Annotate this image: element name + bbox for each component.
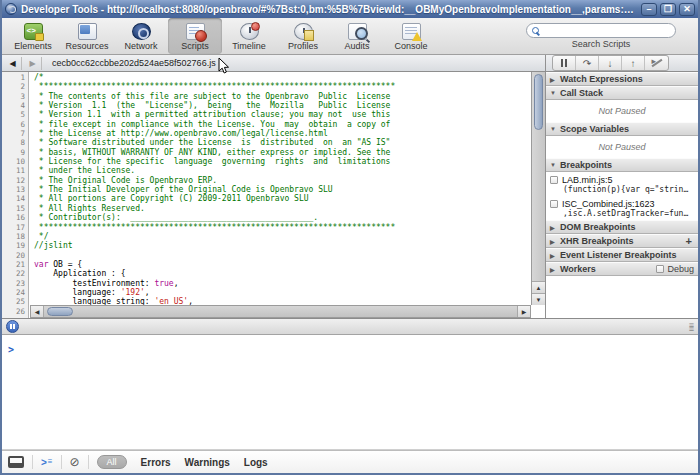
- code-segment: * file except in compliance with the Lic…: [34, 120, 390, 129]
- add-xhr-breakpoint-button[interactable]: +: [686, 235, 694, 247]
- tab-timeline[interactable]: Timeline: [222, 18, 276, 54]
- forward-button[interactable]: ▶: [24, 57, 42, 70]
- dock-window-icon[interactable]: [8, 456, 24, 468]
- step-out-button[interactable]: ↑: [622, 56, 645, 70]
- breakpoint-checkbox[interactable]: [550, 176, 558, 184]
- drawer-resize-grip[interactable]: ≡≡: [689, 323, 694, 331]
- filter-logs[interactable]: Logs: [244, 457, 268, 468]
- code-segment: * Software distributed under the License…: [34, 138, 390, 147]
- tab-scripts[interactable]: Scripts: [168, 18, 222, 54]
- filter-errors[interactable]: Errors: [141, 457, 171, 468]
- breakpoint-row: LAB.min.js:5: [550, 175, 694, 185]
- code-segment: true: [154, 279, 173, 288]
- line-number: 18: [2, 232, 29, 241]
- section-event-listener-breakpoints[interactable]: ▶Event Listener Breakpoints: [546, 248, 698, 262]
- pause-on-exceptions-icon[interactable]: [6, 320, 19, 333]
- code-line: 12 * The Original Code is Openbravo ERP.: [2, 176, 531, 185]
- filebar-row: ◀ ▶ cecb0cc62ccbbe202d524ae58f502766.js …: [2, 55, 698, 72]
- deactivate-breakpoints-icon: [651, 58, 663, 68]
- elements-icon: [24, 23, 43, 40]
- line-number: 22: [2, 269, 29, 278]
- tab-label: Timeline: [232, 41, 266, 51]
- horizontal-scroll-thumb[interactable]: [47, 307, 73, 316]
- line-number: 8: [2, 138, 29, 147]
- step-over-button[interactable]: ↷: [576, 56, 599, 70]
- code-segment: * under the License.: [34, 166, 135, 175]
- code-line: 20: [2, 251, 531, 260]
- code-line: 14 * All portions are Copyright (C) 2009…: [2, 194, 531, 203]
- tab-profiles[interactable]: Profiles: [276, 18, 330, 54]
- scroll-left-icon[interactable]: ◀: [31, 306, 44, 317]
- tab-resources[interactable]: Resources: [60, 18, 114, 54]
- maximize-button[interactable]: ❐: [660, 3, 676, 16]
- code-segment: * The Initial Developer of the Original …: [34, 185, 333, 194]
- close-button[interactable]: ✕: [679, 3, 695, 16]
- search-input[interactable]: [543, 26, 670, 36]
- clear-console-icon[interactable]: ⊘: [70, 456, 80, 468]
- breakpoint-row: ISC_Combined.js:1623: [550, 199, 694, 209]
- line-number: 11: [2, 166, 29, 175]
- scripts-statusbar: ≡≡: [2, 318, 698, 335]
- console-prompt[interactable]: >: [8, 344, 14, 355]
- chevron-right-icon: ▶: [550, 252, 557, 259]
- vertical-scrollbar[interactable]: ▲ ▼: [531, 72, 545, 305]
- scroll-down-icon[interactable]: ▼: [532, 293, 545, 305]
- deactivate-breakpoints-button[interactable]: [645, 56, 668, 70]
- breakpoint-item[interactable]: LAB.min.js:5(function(p){var q="strin…: [546, 172, 698, 196]
- section-xhr-breakpoints[interactable]: ▶XHR Breakpoints+: [546, 234, 698, 248]
- line-number: 6: [2, 120, 29, 129]
- code-segment: ****************************************…: [34, 82, 395, 91]
- chevron-right-icon: ▶: [550, 238, 557, 245]
- tab-network[interactable]: Network: [114, 18, 168, 54]
- checkbox-icon: [656, 265, 664, 273]
- code-line: 7 * the License at http://www.openbravo.…: [2, 129, 531, 138]
- console-drawer[interactable]: >: [2, 335, 698, 450]
- breakpoint-item[interactable]: ISC_Combined.js:1623,isc.A.setDragTracke…: [546, 196, 698, 220]
- code-text: * Contributor(s): ______________________…: [29, 213, 318, 222]
- line-number: 23: [2, 279, 29, 288]
- section-title: Watch Expressions: [560, 74, 643, 84]
- filter-all[interactable]: All: [97, 455, 127, 469]
- code-text: language: '192',: [29, 288, 150, 297]
- tab-elements[interactable]: Elements: [6, 18, 60, 54]
- back-button[interactable]: ◀: [4, 57, 22, 70]
- scroll-right-icon[interactable]: ▶: [517, 306, 530, 317]
- tab-label: Console: [394, 41, 427, 51]
- line-number: 16: [2, 213, 29, 222]
- tab-console[interactable]: Console: [384, 18, 438, 54]
- step-into-button[interactable]: ↓: [599, 56, 622, 70]
- horizontal-scrollbar[interactable]: ◀ ▶: [30, 305, 531, 318]
- scroll-up-icon[interactable]: ▲: [532, 281, 545, 293]
- section-workers[interactable]: ▶WorkersDebug: [546, 262, 698, 276]
- chevron-down-icon: ▼: [550, 126, 557, 132]
- pause-button[interactable]: [553, 56, 576, 70]
- code-line: 3 * The contents of this file are subjec…: [2, 92, 531, 101]
- minimize-button[interactable]: –: [641, 3, 657, 16]
- section-scope-variables[interactable]: ▼Scope Variables: [546, 122, 698, 136]
- code-segment: var: [34, 260, 48, 269]
- vertical-scroll-thumb[interactable]: [534, 74, 543, 130]
- section-title: Breakpoints: [560, 160, 612, 170]
- code-line: 15 * All Rights Reserved.: [2, 204, 531, 213]
- breakpoint-checkbox[interactable]: [550, 200, 558, 208]
- titlebar[interactable]: Developer Tools - http://localhost:8080/…: [2, 0, 698, 18]
- pause-icon: [561, 59, 567, 67]
- code-text: [29, 251, 34, 260]
- filter-warnings[interactable]: Warnings: [185, 457, 230, 468]
- code-text: * The contents of this file are subject …: [29, 92, 390, 101]
- tab-audits[interactable]: Audits: [330, 18, 384, 54]
- section-breakpoints[interactable]: ▼Breakpoints: [546, 158, 698, 172]
- search-box[interactable]: [526, 23, 676, 38]
- section-watch-expressions[interactable]: ▶Watch Expressions: [546, 72, 698, 86]
- section-call-stack[interactable]: ▼Call Stack: [546, 86, 698, 100]
- file-selector[interactable]: cecb0cc62ccbbe202d524ae58f502766.js ▴▾: [44, 56, 230, 71]
- code-segment: * the License at http://www.openbravo.co…: [34, 129, 328, 138]
- code-editor[interactable]: 1/*2 ***********************************…: [2, 72, 545, 318]
- code-text: * All Rights Reserved.: [29, 204, 145, 213]
- code-line: 16 * Contributor(s): ___________________…: [2, 213, 531, 222]
- console-toggle-icon[interactable]: >≡: [41, 457, 53, 468]
- section-dom-breakpoints[interactable]: ▶DOM Breakpoints: [546, 220, 698, 234]
- debug-workers-checkbox[interactable]: Debug: [656, 264, 694, 274]
- code-text: //jslint: [29, 241, 73, 250]
- line-number: 4: [2, 101, 29, 110]
